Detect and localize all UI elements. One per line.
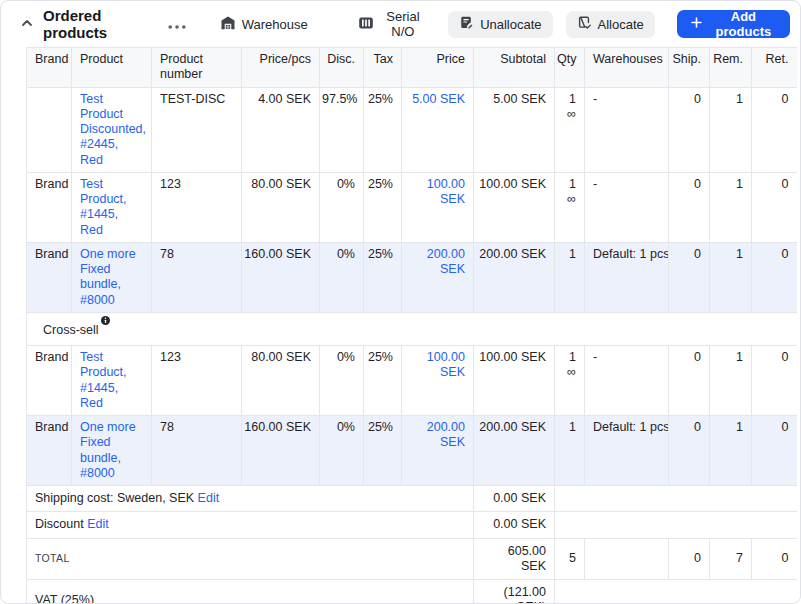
shipping-cost-row: Shipping cost: Sweden, SEK Edit0.00 SEK	[27, 486, 797, 512]
qty-cell: 1 ∞	[555, 346, 585, 416]
brand-cell: Brand	[27, 346, 72, 416]
edit-link[interactable]: Edit	[87, 517, 109, 531]
subtotal-cell: 5.00 SEK	[474, 87, 555, 172]
warehouses-cell: -	[585, 172, 669, 242]
disc-cell: 97.5%	[320, 87, 364, 172]
col-header-product-number: Product number	[152, 48, 242, 88]
price_pcs-cell: 80.00 SEK	[242, 346, 320, 416]
allocate-button-label: Allocate	[598, 17, 644, 32]
disc-cell: 0%	[320, 346, 364, 416]
collapse-section-button[interactable]	[18, 14, 36, 35]
col-header-qty: Qty	[555, 48, 585, 88]
col-header-ret: Ret.	[752, 48, 797, 88]
rem-cell: 1	[710, 172, 752, 242]
serial-columns-icon	[358, 15, 374, 34]
product-row[interactable]: BrandOne more Fixed bundle, #800078160.0…	[27, 242, 797, 312]
disc-cell: 0%	[320, 172, 364, 242]
col-header-brand: Brand	[27, 48, 72, 88]
ellipsis-icon	[168, 17, 186, 32]
chevron-up-icon	[20, 16, 34, 33]
price-link[interactable]: 100.00 SEK	[427, 177, 465, 206]
product-cell: Test Product, #1445, Red	[72, 172, 152, 242]
col-header-subtotal: Subtotal	[474, 48, 555, 88]
total-ship: 0	[669, 538, 710, 580]
price_pcs-cell: 160.00 SEK	[242, 242, 320, 312]
col-header-product: Product	[72, 48, 152, 88]
ret-cell: 0	[752, 346, 797, 416]
product-link[interactable]: One more Fixed bundle, #8000	[80, 420, 136, 480]
price-link[interactable]: 5.00 SEK	[412, 92, 465, 106]
col-header-price-pcs: Price/pcs	[242, 48, 320, 88]
product-row[interactable]: Test Product Discounted, #2445, RedTEST-…	[27, 87, 797, 172]
products-table-container: BrandProductProduct numberPrice/pcsDisc.…	[26, 47, 800, 604]
price_pcs-cell: 80.00 SEK	[242, 172, 320, 242]
product-cell: One more Fixed bundle, #8000	[72, 242, 152, 312]
products-table: BrandProductProduct numberPrice/pcsDisc.…	[26, 47, 797, 604]
tax-cell: 25%	[364, 242, 402, 312]
qty-cell: 1	[555, 416, 585, 486]
product-row[interactable]: BrandTest Product, #1445, Red12380.00 SE…	[27, 172, 797, 242]
qty-cell: 1	[555, 242, 585, 312]
col-header-ship: Ship.	[669, 48, 710, 88]
warehouses-cell: -	[585, 87, 669, 172]
add-products-button[interactable]: Add products	[677, 10, 790, 38]
total-ret: 0	[752, 538, 797, 580]
qty-cell: 1 ∞	[555, 172, 585, 242]
subtotal-cell: 200.00 SEK	[474, 416, 555, 486]
shipping-cost-label: Shipping cost: Sweden, SEK Edit	[27, 486, 474, 512]
product-link[interactable]: Test Product, #1445, Red	[80, 350, 127, 410]
ship-cell: 0	[669, 172, 710, 242]
cross-sell-label: Cross-sell	[43, 323, 99, 337]
vat-label-text: VAT (25%)	[35, 593, 94, 604]
product-link[interactable]: Test Product, #1445, Red	[80, 177, 127, 237]
allocate-button[interactable]: Allocate	[566, 11, 655, 38]
ret-cell: 0	[752, 87, 797, 172]
price-cell: 100.00 SEK	[402, 346, 474, 416]
table-header-row: BrandProductProduct numberPrice/pcsDisc.…	[27, 48, 797, 88]
col-header-tax: Tax	[364, 48, 402, 88]
price-link[interactable]: 200.00 SEK	[427, 247, 465, 276]
warehouses-cell: Default: 1 pcs	[585, 242, 669, 312]
unallocate-button[interactable]: Unallocate	[448, 11, 552, 38]
rem-cell: 1	[710, 416, 752, 486]
brand-cell: Brand	[27, 242, 72, 312]
price_pcs-cell: 160.00 SEK	[242, 416, 320, 486]
warehouse-icon	[220, 15, 236, 34]
price_pcs-cell: 4.00 SEK	[242, 87, 320, 172]
col-header-price: Price	[402, 48, 474, 88]
more-options-button[interactable]	[164, 13, 190, 36]
discount-value: 0.00 SEK	[474, 512, 555, 538]
empty-cell	[555, 486, 797, 512]
product-cell: One more Fixed bundle, #8000	[72, 416, 152, 486]
price-link[interactable]: 100.00 SEK	[427, 350, 465, 379]
warehouse-button[interactable]: Warehouse	[216, 11, 312, 38]
serial-no-button[interactable]: Serial N/O	[354, 5, 430, 43]
col-header-disc: Disc.	[320, 48, 364, 88]
discount-row: Discount Edit0.00 SEK	[27, 512, 797, 538]
disc-cell: 0%	[320, 416, 364, 486]
ship-cell: 0	[669, 416, 710, 486]
product-link[interactable]: Test Product Discounted, #2445, Red	[80, 92, 146, 167]
product-row[interactable]: BrandTest Product, #1445, Red12380.00 SE…	[27, 346, 797, 416]
col-header-warehouses: Warehouses	[585, 48, 669, 88]
ship-cell: 0	[669, 346, 710, 416]
disc-cell: 0%	[320, 242, 364, 312]
product-cell: Test Product, #1445, Red	[72, 346, 152, 416]
tax-cell: 25%	[364, 87, 402, 172]
qty-cell: 1 ∞	[555, 87, 585, 172]
vat-label: VAT (25%)	[27, 580, 474, 604]
product-row[interactable]: BrandOne more Fixed bundle, #800078160.0…	[27, 416, 797, 486]
brand-cell: Brand	[27, 172, 72, 242]
total-label: TOTAL	[27, 538, 474, 580]
price-cell: 200.00 SEK	[402, 416, 474, 486]
empty-cell	[555, 512, 797, 538]
info-icon[interactable]	[101, 316, 110, 327]
product-link[interactable]: One more Fixed bundle, #8000	[80, 247, 136, 307]
number-cell: 78	[152, 242, 242, 312]
ret-cell: 0	[752, 172, 797, 242]
edit-link[interactable]: Edit	[198, 491, 220, 505]
price-link[interactable]: 200.00 SEK	[427, 420, 465, 449]
col-header-rem: Rem.	[710, 48, 752, 88]
panel-header: Ordered products Warehouse Serial N/O	[1, 1, 800, 47]
rem-cell: 1	[710, 87, 752, 172]
